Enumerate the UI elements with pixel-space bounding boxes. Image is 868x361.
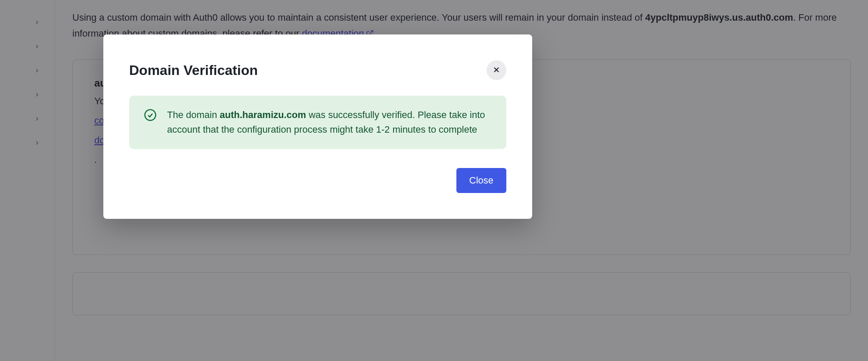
success-alert: The domain auth.haramizu.com was success… [129,96,506,149]
verified-domain: auth.haramizu.com [220,109,306,120]
modal-header: Domain Verification [129,60,506,80]
modal-footer: Close [129,168,506,193]
alert-prefix: The domain [167,109,220,120]
modal-overlay[interactable]: Domain Verification The domain auth.hara… [0,0,868,361]
domain-verification-modal: Domain Verification The domain auth.hara… [103,34,532,219]
close-icon-button[interactable] [487,60,506,80]
svg-point-3 [145,110,156,121]
modal-title: Domain Verification [129,62,258,78]
check-circle-icon [144,109,157,123]
close-icon [492,65,501,75]
close-button[interactable]: Close [456,168,506,193]
alert-message: The domain auth.haramizu.com was success… [167,108,492,137]
